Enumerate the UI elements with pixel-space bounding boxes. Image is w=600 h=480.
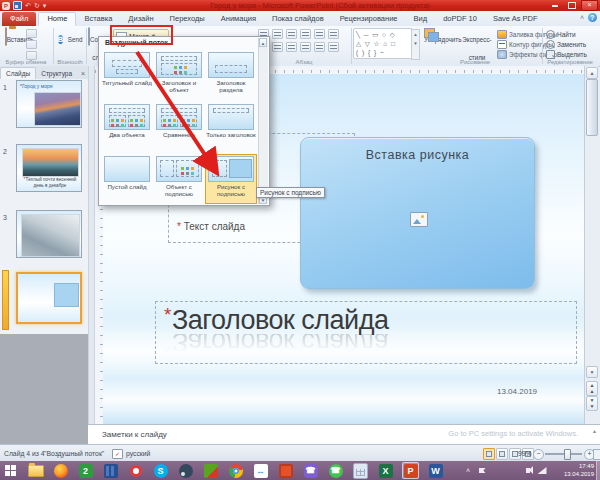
tab-view[interactable]: Вид <box>406 12 436 26</box>
layout-item-comparison[interactable]: Сравнение <box>153 102 205 152</box>
insert-picture-icon[interactable] <box>410 212 428 227</box>
bluetooth-send-button[interactable]: B Send <box>56 28 84 46</box>
taskbar-teamviewer[interactable]: ↔ <box>252 462 269 479</box>
next-slide-button[interactable]: ▼▼ <box>586 396 598 411</box>
taskbar-firefox[interactable] <box>52 462 69 479</box>
zoom-slider-handle[interactable] <box>564 449 571 460</box>
select-button[interactable]: Выделить <box>546 49 587 59</box>
copy-icon[interactable] <box>26 40 37 49</box>
minimize-button[interactable] <box>547 0 562 9</box>
arrange-button[interactable]: Упорядочить <box>424 28 460 46</box>
taskbar-powerpoint[interactable]: P <box>402 462 419 479</box>
dropdown-scroll-up-icon[interactable]: ▲ <box>259 38 267 47</box>
qat-customize-icon[interactable]: ▾ <box>43 1 47 10</box>
scroll-down-icon[interactable]: ▼ <box>586 366 598 378</box>
dropdown-scrollbar[interactable]: ▲ ▼ <box>258 38 268 204</box>
tab-design[interactable]: Дизайн <box>120 12 161 26</box>
numbering-icon[interactable] <box>272 29 283 39</box>
shapes-gallery[interactable]: ╲ ─ ▭ ○ ◇ △ ▽ ☆ ⌂ □ ( ) { } ~ ▲▼ <box>353 28 413 59</box>
taskbar-excel[interactable]: X <box>377 462 394 479</box>
taskbar-viber[interactable]: ☎ <box>302 462 319 479</box>
help-icon[interactable]: ? <box>588 13 597 22</box>
taskbar-calculator[interactable] <box>352 462 369 479</box>
collapse-ribbon-icon[interactable]: ˄ <box>580 14 584 21</box>
picture-placeholder[interactable]: Вставка рисунка <box>300 137 535 289</box>
tab-file[interactable]: Файл <box>2 12 36 26</box>
taskbar-word[interactable]: W <box>427 462 444 479</box>
taskbar-chrome[interactable] <box>227 462 244 479</box>
replace-button[interactable]: Заменить <box>546 39 587 49</box>
decrease-indent-icon[interactable] <box>286 29 297 39</box>
notes-scroll-icon[interactable]: ▲ <box>592 428 597 434</box>
network-icon[interactable] <box>536 461 548 480</box>
redo-icon[interactable]: ↻ <box>34 1 40 10</box>
layout-item-section-header[interactable]: Заголовок раздела <box>205 50 257 100</box>
action-center-flag-icon[interactable] <box>476 461 488 480</box>
scroll-up-icon[interactable]: ▲ <box>586 67 598 79</box>
tray-clock[interactable]: 17:49 13.04.2019 <box>564 463 594 478</box>
taskbar-2gis[interactable]: 2 <box>77 462 94 479</box>
tab-home[interactable]: Home <box>38 12 76 26</box>
previous-slide-button[interactable]: ▲▲ <box>586 381 598 396</box>
save-icon[interactable] <box>13 1 22 10</box>
show-desktop-button[interactable] <box>596 461 600 480</box>
spell-check-icon[interactable]: ✓ <box>112 449 123 459</box>
slide-4-thumbnail[interactable] <box>16 272 82 324</box>
taskbar-whatsapp[interactable]: ☎ <box>327 462 344 479</box>
zoom-out-icon[interactable]: − <box>533 449 544 460</box>
smartart-convert-icon[interactable] <box>328 42 339 52</box>
title-placeholder[interactable]: *Заголовок слайда *Заголовок слайда <box>155 301 577 364</box>
taskbar-green-app[interactable] <box>202 462 219 479</box>
tab-transitions[interactable]: Переходы <box>162 12 213 26</box>
align-center-icon[interactable] <box>272 42 283 52</box>
normal-view-button[interactable] <box>483 448 495 460</box>
cut-icon[interactable] <box>26 29 37 38</box>
vertical-scrollbar[interactable]: ▲ ▼ ▲▲ ▼▼ <box>584 66 598 424</box>
layout-item-picture-with-caption[interactable]: Рисунок с подписью <box>205 154 257 204</box>
tab-insert[interactable]: Вставка <box>76 12 120 26</box>
slide-3-thumbnail[interactable] <box>16 210 82 258</box>
line-spacing-icon[interactable] <box>314 29 325 39</box>
taskbar-skype[interactable]: S <box>152 462 169 479</box>
justify-icon[interactable] <box>300 42 311 52</box>
slide-1-thumbnail[interactable]: *Город у моря <box>16 80 82 128</box>
increase-indent-icon[interactable] <box>300 29 311 39</box>
notes-pane[interactable]: Заметки к слайду Go to PC settings to ac… <box>88 424 600 445</box>
maximize-button[interactable] <box>564 0 579 9</box>
layout-item-blank[interactable]: Пустой слайд <box>101 154 153 204</box>
tab-animations[interactable]: Анимация <box>213 12 264 26</box>
taskbar-explorer[interactable] <box>27 462 44 479</box>
layout-item-title-slide[interactable]: Титульный слайд <box>101 50 153 100</box>
shapes-gallery-scroll[interactable]: ▲▼ <box>411 29 420 60</box>
tab-slideshow[interactable]: Показ слайдов <box>264 12 332 26</box>
taskbar-opera[interactable] <box>127 462 144 479</box>
fit-to-window-icon[interactable] <box>593 449 600 460</box>
undo-icon[interactable]: ↶ <box>25 1 31 10</box>
tab-dopdf[interactable]: doPDF 10 <box>435 12 485 26</box>
layout-item-title-and-content[interactable]: Заголовок и объект <box>153 50 205 100</box>
start-button[interactable] <box>2 462 19 479</box>
close-button[interactable]: × <box>581 0 598 11</box>
columns-icon[interactable] <box>314 42 325 52</box>
tab-save-as-pdf[interactable]: Save As PDF <box>485 12 546 26</box>
text-direction-icon[interactable] <box>328 29 339 39</box>
slide-sorter-view-button[interactable] <box>496 448 508 460</box>
zoom-level[interactable]: 99% <box>518 450 532 457</box>
panel-close-icon[interactable]: × <box>81 69 85 79</box>
align-right-icon[interactable] <box>286 42 297 52</box>
taskbar-blue-app[interactable] <box>102 462 119 479</box>
slide-2-thumbnail[interactable]: *Тёплый почти весенний день в декабре <box>16 144 82 192</box>
volume-icon[interactable] <box>522 461 534 480</box>
layout-item-title-only[interactable]: Только заголовок <box>205 102 257 152</box>
find-button[interactable]: Найти <box>546 29 587 39</box>
tab-outline-pane[interactable]: Структура <box>36 68 77 79</box>
tab-review[interactable]: Рецензирование <box>332 12 406 26</box>
tab-slides-pane[interactable]: Слайды <box>0 67 36 79</box>
taskbar-orange-app[interactable] <box>277 462 294 479</box>
tray-expand-icon[interactable]: ˄ <box>462 461 474 480</box>
layout-item-content-with-caption[interactable]: Объект с подписью <box>153 154 205 204</box>
scrollbar-thumb[interactable] <box>586 79 598 136</box>
slides-panel-scrollbar[interactable] <box>88 66 95 444</box>
layout-item-two-content[interactable]: Два объекта <box>101 102 153 152</box>
taskbar-steam[interactable] <box>177 462 194 479</box>
